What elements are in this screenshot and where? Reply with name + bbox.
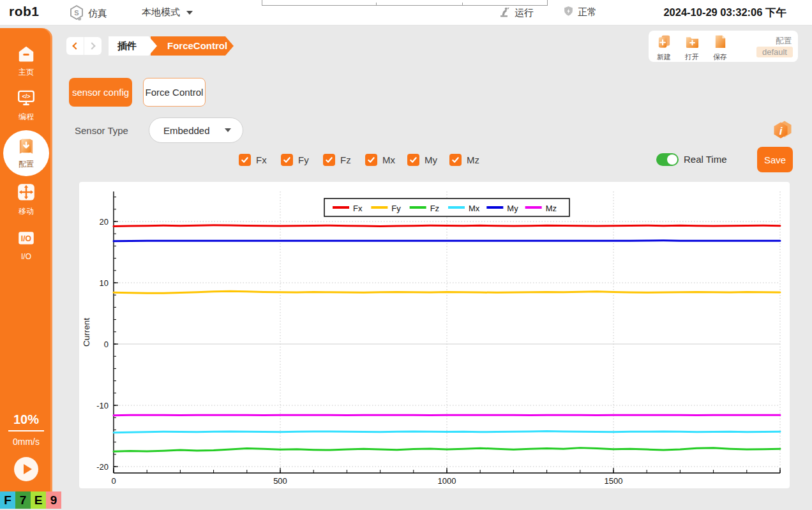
tab-sensor-config[interactable]: sensor config — [69, 78, 132, 107]
speed-divider — [8, 430, 44, 431]
speed-percent-control[interactable]: 10% — [0, 412, 52, 431]
save-file-button[interactable]: 保存 — [709, 34, 732, 62]
mode-label: 本地模式 — [142, 6, 180, 19]
top-partial-window — [262, 0, 548, 6]
status-label: 正常 — [578, 6, 597, 19]
code-icon: </> — [17, 98, 36, 109]
breadcrumb-plugin[interactable]: 插件 — [109, 36, 157, 56]
sidebar-item-home[interactable]: 主页 — [0, 45, 52, 78]
sidebar-item-config-selected[interactable]: 配置 — [3, 130, 49, 176]
svg-text:-10: -10 — [96, 401, 109, 410]
forward-button[interactable] — [84, 37, 101, 55]
debug-block: 7 — [15, 491, 31, 509]
shield-icon — [563, 6, 574, 19]
force-chart-panel: 05001000150020100-10-20CurrentFxFyFzMxMy… — [79, 182, 790, 488]
checkbox-mz[interactable]: Mz — [449, 154, 479, 166]
svg-text:I/O: I/O — [21, 234, 32, 243]
sidebar-item-io[interactable]: I/O I/O — [0, 229, 52, 261]
checkbox-label: Fz — [340, 154, 351, 165]
new-file-icon — [656, 41, 672, 52]
svg-text:</>: </> — [22, 93, 30, 100]
realtime-label: Real Time — [684, 154, 727, 165]
sensor-type-label: Sensor Type — [75, 125, 128, 136]
play-button[interactable] — [14, 457, 38, 481]
svg-text:My: My — [507, 204, 518, 213]
svg-text:10: 10 — [100, 278, 109, 288]
open-folder-icon — [684, 41, 700, 52]
info-hexagon-icon: i — [769, 118, 794, 142]
svg-text:20: 20 — [100, 217, 109, 227]
speed-percent-value: 10% — [0, 412, 52, 427]
robot-name: rob1 — [9, 4, 40, 19]
sidebar-item-label: 主页 — [0, 67, 52, 78]
svg-text:0: 0 — [104, 340, 109, 349]
sensor-type-value: Embedded — [163, 125, 210, 136]
checkbox-mx[interactable]: Mx — [365, 154, 395, 166]
status-indicator[interactable]: 正常 — [563, 6, 597, 19]
open-label: 打开 — [680, 52, 703, 62]
checkbox-label: Mz — [467, 154, 479, 165]
info-button[interactable]: i — [769, 118, 794, 144]
sidebar-item-label: 配置 — [3, 159, 49, 170]
svg-text:Mx: Mx — [469, 204, 480, 213]
sidebar-item-programming[interactable]: </> 编程 — [0, 88, 52, 123]
debug-block: E — [31, 491, 46, 509]
checkbox-checked-icon — [407, 154, 419, 166]
force-chart-svg: 05001000150020100-10-20CurrentFxFyFzMxMy… — [79, 182, 790, 488]
file-toolbar: 新建 打开 保存 配置 default — [649, 31, 798, 62]
simulation-indicator[interactable]: S 仿真 — [69, 4, 107, 23]
svg-text:1500: 1500 — [605, 476, 623, 486]
debug-color-blocks: F 7 E 9 — [0, 491, 61, 509]
chevron-down-icon — [186, 11, 193, 15]
sidebar-item-label: 移动 — [0, 206, 52, 217]
checkbox-fz[interactable]: Fz — [323, 154, 351, 166]
run-label: 运行 — [515, 7, 534, 19]
speed-readout: 0mm/s — [0, 437, 52, 447]
simulation-hexagon-icon: S — [69, 4, 84, 23]
sidebar-item-label: I/O — [0, 252, 52, 261]
checkbox-checked-icon — [323, 154, 335, 166]
run-indicator[interactable]: 运行 — [498, 6, 534, 20]
toggle-knob — [667, 154, 677, 165]
checkbox-checked-icon — [239, 154, 251, 166]
save-button[interactable]: Save — [757, 147, 793, 172]
top-partial-tick — [462, 3, 463, 5]
debug-block: 9 — [46, 491, 61, 509]
realtime-toggle[interactable] — [656, 153, 679, 166]
checkbox-checked-icon — [281, 154, 293, 166]
svg-text:Fy: Fy — [391, 204, 401, 213]
checkbox-my[interactable]: My — [407, 154, 437, 166]
save-file-icon — [712, 41, 728, 52]
debug-block: F — [0, 491, 15, 509]
config-default-badge[interactable]: default — [756, 47, 793, 57]
checkbox-checked-icon — [449, 154, 462, 166]
tab-force-control[interactable]: Force Control — [143, 78, 206, 107]
open-button[interactable]: 打开 — [680, 34, 703, 62]
svg-text:S: S — [74, 9, 79, 17]
move-arrows-icon — [17, 193, 36, 204]
sidebar-item-move[interactable]: 移动 — [0, 183, 52, 217]
clock-timestamp: 2024-10-29 03:32:06 下午 — [663, 6, 786, 20]
config-box-icon — [16, 136, 36, 159]
checkbox-fy[interactable]: Fy — [281, 154, 309, 166]
play-icon — [24, 464, 32, 474]
svg-text:Mz: Mz — [546, 204, 557, 213]
breadcrumb-forcecontrol[interactable]: ForceControl — [151, 36, 234, 56]
checkbox-fx[interactable]: Fx — [239, 154, 267, 166]
svg-text:1000: 1000 — [438, 476, 456, 486]
svg-text:-20: -20 — [96, 462, 109, 472]
app-root: rob1 S 仿真 本地模式 运行 正常 2024-10-29 03:32:06… — [0, 0, 812, 510]
speed-value: 0mm/s — [0, 437, 52, 447]
robot-arm-icon — [498, 6, 511, 20]
svg-text:Fx: Fx — [353, 204, 363, 213]
new-button[interactable]: 新建 — [652, 34, 675, 62]
io-icon: I/O — [17, 239, 36, 250]
sensor-type-select[interactable]: Embedded — [149, 117, 243, 143]
checkbox-label: My — [425, 154, 437, 165]
top-partial-tick — [376, 3, 377, 5]
mode-dropdown[interactable]: 本地模式 — [142, 6, 193, 19]
checkbox-checked-icon — [365, 154, 377, 166]
checkbox-label: Mx — [382, 154, 395, 165]
back-button[interactable] — [66, 37, 84, 55]
svg-text:500: 500 — [273, 476, 287, 486]
